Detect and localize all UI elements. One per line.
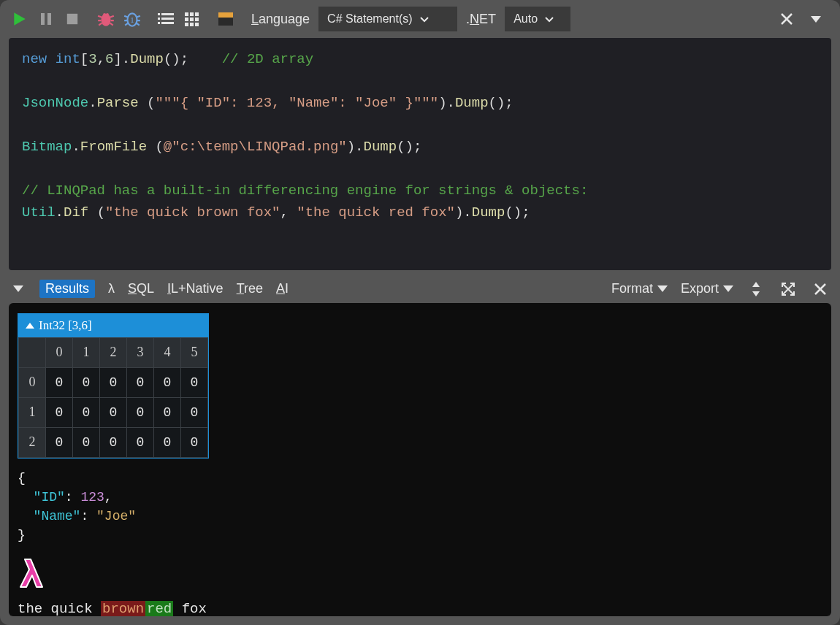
- svg-rect-30: [185, 18, 188, 21]
- string: "the quick red fox": [297, 204, 455, 221]
- tab-lambda[interactable]: λ: [108, 281, 115, 296]
- dotnet-combo[interactable]: Auto: [505, 7, 570, 31]
- svg-marker-40: [752, 282, 760, 287]
- tab-results[interactable]: Results: [39, 280, 95, 298]
- svg-line-43: [788, 283, 794, 289]
- diff-removed: brown: [101, 601, 145, 616]
- close-icon[interactable]: [774, 7, 799, 31]
- panel-icon[interactable]: [213, 7, 238, 31]
- diff-same: fox: [173, 601, 207, 616]
- dropdown-icon[interactable]: [803, 7, 828, 31]
- kw-int: int: [56, 51, 80, 67]
- tab-tree[interactable]: Tree: [237, 281, 263, 296]
- expand-icon[interactable]: [779, 280, 798, 299]
- results-tabbar: Results λ SQL IL+Native Tree AI Format E…: [0, 275, 840, 303]
- string: """{ "ID": 123, "Name": "Joe" }""": [155, 95, 438, 111]
- brace: }: [18, 528, 26, 542]
- svg-rect-29: [195, 12, 199, 16]
- collapse-icon[interactable]: [10, 277, 26, 302]
- json-value: 123: [80, 490, 104, 505]
- table-corner: [19, 337, 46, 367]
- sort-icon[interactable]: [747, 280, 765, 299]
- cell: 0: [127, 397, 154, 427]
- type-util: Util: [22, 204, 56, 221]
- svg-rect-3: [67, 14, 77, 24]
- svg-point-12: [107, 13, 109, 15]
- svg-point-11: [103, 13, 105, 15]
- method: Dif: [64, 204, 88, 221]
- svg-rect-22: [161, 13, 174, 15]
- type-json: JsonNode: [22, 95, 88, 111]
- svg-line-5: [98, 16, 102, 18]
- svg-line-6: [110, 16, 113, 18]
- cell: 0: [73, 397, 100, 427]
- method: Parse: [97, 95, 139, 111]
- cell: 0: [127, 367, 154, 397]
- svg-point-4: [102, 14, 111, 26]
- array-dump: Int32 [3,6] 0 1 2 3 4 5 0 000000 1 00000…: [18, 313, 209, 459]
- cell: 0: [73, 427, 100, 457]
- code-editor[interactable]: new int[3,6].Dump(); // 2D array JsonNod…: [9, 38, 831, 270]
- chevron-down-icon: [545, 12, 554, 26]
- col-header: 5: [181, 337, 208, 367]
- close-results-icon[interactable]: [811, 280, 830, 299]
- svg-rect-23: [158, 18, 160, 20]
- svg-rect-34: [190, 23, 194, 26]
- cell: 0: [154, 397, 181, 427]
- svg-rect-24: [161, 18, 174, 20]
- tab-ai[interactable]: AI: [276, 281, 289, 296]
- method: Dump: [455, 95, 489, 111]
- run-icon[interactable]: [7, 7, 32, 31]
- method: Dump: [472, 204, 505, 221]
- cell: 0: [73, 367, 100, 397]
- json-value: "Joe": [96, 509, 136, 524]
- svg-rect-28: [190, 12, 194, 16]
- results-pane: Int32 [3,6] 0 1 2 3 4 5 0 000000 1 00000…: [9, 303, 831, 616]
- pause-icon[interactable]: [34, 7, 58, 31]
- json-dump: { "ID": 123, "Name": "Joe" }: [18, 469, 822, 545]
- chevron-down-icon: [420, 12, 429, 26]
- svg-rect-33: [185, 23, 188, 26]
- cell: 0: [100, 427, 127, 457]
- json-key: "Name": [34, 509, 81, 524]
- tab-il[interactable]: IL+Native: [167, 281, 224, 296]
- svg-line-19: [136, 23, 139, 26]
- language-value: C# Statement(s): [327, 12, 412, 26]
- bug-blue-icon[interactable]: 1: [120, 7, 145, 31]
- json-key: "ID": [34, 490, 65, 505]
- array-header[interactable]: Int32 [3,6]: [18, 314, 208, 337]
- format-menu[interactable]: Format: [611, 281, 668, 296]
- stop-icon[interactable]: [60, 7, 85, 31]
- method: FromFile: [80, 139, 147, 155]
- row-header: 0: [19, 367, 46, 397]
- cell: 0: [181, 397, 208, 427]
- bug-red-icon[interactable]: [93, 7, 118, 31]
- export-menu[interactable]: Export: [681, 281, 733, 296]
- string: "the quick brown fox": [105, 204, 280, 221]
- row-header: 2: [19, 427, 46, 457]
- cell: 0: [100, 367, 127, 397]
- dotnet-value: Auto: [513, 12, 538, 26]
- col-header: 2: [100, 337, 127, 367]
- diff-added: red: [145, 601, 173, 616]
- tab-sql[interactable]: SQL: [128, 281, 154, 296]
- language-combo[interactable]: C# Statement(s): [318, 7, 457, 31]
- diff-output: the quick brownred fox: [18, 601, 822, 616]
- comment: // LINQPad has a built-in differencing e…: [22, 183, 588, 199]
- svg-rect-31: [190, 18, 194, 21]
- brace: {: [18, 471, 26, 486]
- svg-line-10: [110, 23, 112, 26]
- svg-rect-21: [158, 13, 160, 15]
- svg-marker-41: [752, 291, 760, 296]
- dotnet-label: .NET: [462, 12, 500, 27]
- cell: 0: [154, 427, 181, 457]
- list-view-icon[interactable]: [153, 7, 178, 31]
- cell: 0: [46, 367, 73, 397]
- grid-view-icon[interactable]: [180, 7, 205, 31]
- cell: 0: [154, 367, 181, 397]
- svg-rect-27: [185, 12, 188, 16]
- diff-same: the quick: [18, 601, 101, 616]
- svg-line-9: [99, 23, 102, 26]
- method: Dump: [364, 139, 397, 155]
- svg-rect-32: [195, 18, 199, 21]
